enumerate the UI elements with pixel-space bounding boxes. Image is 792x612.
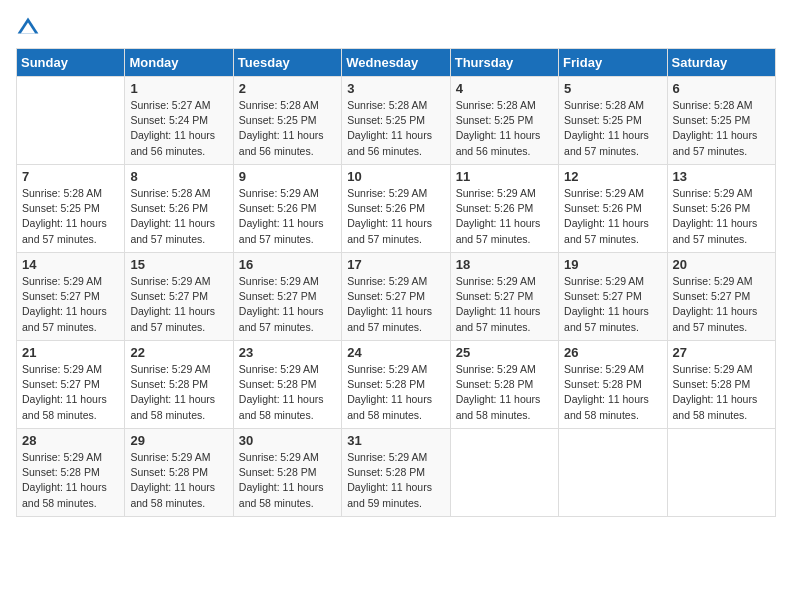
day-info: Sunrise: 5:28 AM Sunset: 5:25 PM Dayligh…: [673, 98, 770, 159]
day-number: 12: [564, 169, 661, 184]
calendar-cell: 8Sunrise: 5:28 AM Sunset: 5:26 PM Daylig…: [125, 165, 233, 253]
calendar-cell: 18Sunrise: 5:29 AM Sunset: 5:27 PM Dayli…: [450, 253, 558, 341]
day-number: 3: [347, 81, 444, 96]
day-info: Sunrise: 5:29 AM Sunset: 5:26 PM Dayligh…: [347, 186, 444, 247]
calendar-table: SundayMondayTuesdayWednesdayThursdayFrid…: [16, 48, 776, 517]
calendar-cell: 2Sunrise: 5:28 AM Sunset: 5:25 PM Daylig…: [233, 77, 341, 165]
calendar-cell: 28Sunrise: 5:29 AM Sunset: 5:28 PM Dayli…: [17, 429, 125, 517]
day-number: 6: [673, 81, 770, 96]
day-number: 9: [239, 169, 336, 184]
day-info: Sunrise: 5:29 AM Sunset: 5:28 PM Dayligh…: [22, 450, 119, 511]
day-header-monday: Monday: [125, 49, 233, 77]
day-info: Sunrise: 5:29 AM Sunset: 5:27 PM Dayligh…: [673, 274, 770, 335]
day-header-thursday: Thursday: [450, 49, 558, 77]
day-header-friday: Friday: [559, 49, 667, 77]
day-info: Sunrise: 5:29 AM Sunset: 5:28 PM Dayligh…: [130, 450, 227, 511]
day-info: Sunrise: 5:29 AM Sunset: 5:28 PM Dayligh…: [239, 450, 336, 511]
day-number: 31: [347, 433, 444, 448]
day-number: 19: [564, 257, 661, 272]
day-info: Sunrise: 5:29 AM Sunset: 5:27 PM Dayligh…: [22, 274, 119, 335]
calendar-cell: 4Sunrise: 5:28 AM Sunset: 5:25 PM Daylig…: [450, 77, 558, 165]
calendar-week-1: 1Sunrise: 5:27 AM Sunset: 5:24 PM Daylig…: [17, 77, 776, 165]
calendar-cell: [17, 77, 125, 165]
calendar-week-4: 21Sunrise: 5:29 AM Sunset: 5:27 PM Dayli…: [17, 341, 776, 429]
day-number: 29: [130, 433, 227, 448]
calendar-cell: 24Sunrise: 5:29 AM Sunset: 5:28 PM Dayli…: [342, 341, 450, 429]
day-number: 15: [130, 257, 227, 272]
calendar-cell: 30Sunrise: 5:29 AM Sunset: 5:28 PM Dayli…: [233, 429, 341, 517]
calendar-cell: [450, 429, 558, 517]
day-number: 23: [239, 345, 336, 360]
day-header-sunday: Sunday: [17, 49, 125, 77]
calendar-cell: 11Sunrise: 5:29 AM Sunset: 5:26 PM Dayli…: [450, 165, 558, 253]
day-info: Sunrise: 5:29 AM Sunset: 5:28 PM Dayligh…: [347, 362, 444, 423]
day-info: Sunrise: 5:29 AM Sunset: 5:27 PM Dayligh…: [456, 274, 553, 335]
calendar-cell: [559, 429, 667, 517]
calendar-cell: 25Sunrise: 5:29 AM Sunset: 5:28 PM Dayli…: [450, 341, 558, 429]
calendar-cell: 20Sunrise: 5:29 AM Sunset: 5:27 PM Dayli…: [667, 253, 775, 341]
day-number: 18: [456, 257, 553, 272]
calendar-week-3: 14Sunrise: 5:29 AM Sunset: 5:27 PM Dayli…: [17, 253, 776, 341]
day-number: 24: [347, 345, 444, 360]
day-info: Sunrise: 5:29 AM Sunset: 5:27 PM Dayligh…: [22, 362, 119, 423]
calendar-cell: 23Sunrise: 5:29 AM Sunset: 5:28 PM Dayli…: [233, 341, 341, 429]
day-number: 7: [22, 169, 119, 184]
day-number: 26: [564, 345, 661, 360]
calendar-cell: 13Sunrise: 5:29 AM Sunset: 5:26 PM Dayli…: [667, 165, 775, 253]
page-header: [16, 16, 776, 40]
header-row: SundayMondayTuesdayWednesdayThursdayFrid…: [17, 49, 776, 77]
day-number: 21: [22, 345, 119, 360]
calendar-cell: 29Sunrise: 5:29 AM Sunset: 5:28 PM Dayli…: [125, 429, 233, 517]
day-number: 16: [239, 257, 336, 272]
day-info: Sunrise: 5:28 AM Sunset: 5:25 PM Dayligh…: [456, 98, 553, 159]
day-info: Sunrise: 5:28 AM Sunset: 5:25 PM Dayligh…: [564, 98, 661, 159]
day-info: Sunrise: 5:29 AM Sunset: 5:26 PM Dayligh…: [564, 186, 661, 247]
day-info: Sunrise: 5:29 AM Sunset: 5:28 PM Dayligh…: [239, 362, 336, 423]
calendar-cell: 9Sunrise: 5:29 AM Sunset: 5:26 PM Daylig…: [233, 165, 341, 253]
day-number: 1: [130, 81, 227, 96]
logo-icon: [16, 16, 40, 40]
day-header-saturday: Saturday: [667, 49, 775, 77]
day-info: Sunrise: 5:29 AM Sunset: 5:27 PM Dayligh…: [130, 274, 227, 335]
day-header-tuesday: Tuesday: [233, 49, 341, 77]
calendar-week-5: 28Sunrise: 5:29 AM Sunset: 5:28 PM Dayli…: [17, 429, 776, 517]
day-info: Sunrise: 5:28 AM Sunset: 5:25 PM Dayligh…: [347, 98, 444, 159]
calendar-cell: [667, 429, 775, 517]
day-info: Sunrise: 5:29 AM Sunset: 5:27 PM Dayligh…: [564, 274, 661, 335]
day-info: Sunrise: 5:29 AM Sunset: 5:27 PM Dayligh…: [347, 274, 444, 335]
calendar-week-2: 7Sunrise: 5:28 AM Sunset: 5:25 PM Daylig…: [17, 165, 776, 253]
day-number: 14: [22, 257, 119, 272]
calendar-cell: 3Sunrise: 5:28 AM Sunset: 5:25 PM Daylig…: [342, 77, 450, 165]
calendar-cell: 5Sunrise: 5:28 AM Sunset: 5:25 PM Daylig…: [559, 77, 667, 165]
calendar-cell: 31Sunrise: 5:29 AM Sunset: 5:28 PM Dayli…: [342, 429, 450, 517]
calendar-cell: 14Sunrise: 5:29 AM Sunset: 5:27 PM Dayli…: [17, 253, 125, 341]
day-number: 2: [239, 81, 336, 96]
day-number: 13: [673, 169, 770, 184]
day-number: 28: [22, 433, 119, 448]
calendar-cell: 22Sunrise: 5:29 AM Sunset: 5:28 PM Dayli…: [125, 341, 233, 429]
day-info: Sunrise: 5:29 AM Sunset: 5:28 PM Dayligh…: [673, 362, 770, 423]
day-number: 25: [456, 345, 553, 360]
calendar-cell: 15Sunrise: 5:29 AM Sunset: 5:27 PM Dayli…: [125, 253, 233, 341]
day-number: 20: [673, 257, 770, 272]
day-info: Sunrise: 5:29 AM Sunset: 5:28 PM Dayligh…: [564, 362, 661, 423]
calendar-cell: 12Sunrise: 5:29 AM Sunset: 5:26 PM Dayli…: [559, 165, 667, 253]
day-info: Sunrise: 5:29 AM Sunset: 5:26 PM Dayligh…: [456, 186, 553, 247]
calendar-cell: 17Sunrise: 5:29 AM Sunset: 5:27 PM Dayli…: [342, 253, 450, 341]
calendar-cell: 27Sunrise: 5:29 AM Sunset: 5:28 PM Dayli…: [667, 341, 775, 429]
logo: [16, 16, 44, 40]
day-number: 10: [347, 169, 444, 184]
day-number: 4: [456, 81, 553, 96]
day-number: 17: [347, 257, 444, 272]
calendar-cell: 16Sunrise: 5:29 AM Sunset: 5:27 PM Dayli…: [233, 253, 341, 341]
day-info: Sunrise: 5:29 AM Sunset: 5:27 PM Dayligh…: [239, 274, 336, 335]
day-header-wednesday: Wednesday: [342, 49, 450, 77]
calendar-cell: 26Sunrise: 5:29 AM Sunset: 5:28 PM Dayli…: [559, 341, 667, 429]
calendar-cell: 19Sunrise: 5:29 AM Sunset: 5:27 PM Dayli…: [559, 253, 667, 341]
calendar-cell: 6Sunrise: 5:28 AM Sunset: 5:25 PM Daylig…: [667, 77, 775, 165]
day-info: Sunrise: 5:29 AM Sunset: 5:26 PM Dayligh…: [239, 186, 336, 247]
calendar-cell: 10Sunrise: 5:29 AM Sunset: 5:26 PM Dayli…: [342, 165, 450, 253]
day-number: 22: [130, 345, 227, 360]
day-info: Sunrise: 5:29 AM Sunset: 5:28 PM Dayligh…: [130, 362, 227, 423]
calendar-cell: 7Sunrise: 5:28 AM Sunset: 5:25 PM Daylig…: [17, 165, 125, 253]
